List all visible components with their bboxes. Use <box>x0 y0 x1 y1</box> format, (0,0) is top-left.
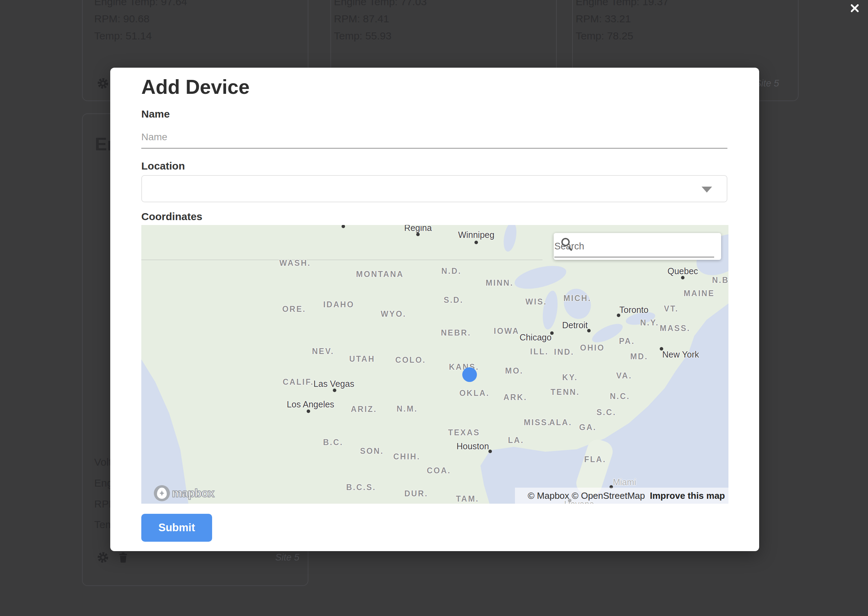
state-label: FLA. <box>584 455 606 464</box>
search-input[interactable] <box>554 236 714 258</box>
city-dot <box>341 225 345 228</box>
state-label: ORE. <box>282 305 306 314</box>
state-label: IND. <box>554 347 574 357</box>
metric-rpm: RPM: 87.41 <box>334 13 389 25</box>
city-dot <box>550 332 554 335</box>
metric-temp: Temp: 51.14 <box>94 30 152 42</box>
add-device-modal: Add Device Name Location Coordinates WAS… <box>110 68 759 551</box>
close-icon[interactable] <box>849 2 861 14</box>
state-label: DUR. <box>404 489 428 498</box>
state-label: PA. <box>619 336 635 346</box>
city-dot <box>660 347 663 350</box>
metric-fragment: Volt <box>94 456 112 468</box>
map[interactable]: WASH.MONTANAN.D.MINN.ORE.IDAHOS.D.WIS.MI… <box>141 225 728 504</box>
mapbox-logo-icon <box>154 485 170 501</box>
mapbox-wordmark: mapbox <box>172 487 214 500</box>
state-label: MINN. <box>486 278 514 288</box>
state-label: MICH. <box>563 294 591 303</box>
state-label: MO. <box>505 366 523 376</box>
state-label: MAINE <box>684 289 714 298</box>
state-label: CALIF. <box>283 377 314 387</box>
city-label: New York <box>662 349 699 360</box>
metric-engine-temp: Engine Temp: 19.37 <box>576 0 668 8</box>
state-label: MONTANA <box>356 270 404 279</box>
state-label: VA. <box>616 371 632 380</box>
state-label: N.B. <box>712 275 728 285</box>
state-label: MD. <box>630 352 648 361</box>
state-label: ARIZ. <box>351 405 377 414</box>
state-label: NEBR. <box>441 328 471 338</box>
improve-map-link[interactable]: Improve this map <box>650 490 725 501</box>
mapbox-logo[interactable]: mapbox <box>154 485 214 501</box>
state-label: IOWA <box>494 327 519 336</box>
metric-engine-temp: Engine Temp: 97.64 <box>94 0 187 8</box>
state-label: ARK. <box>503 393 527 402</box>
state-label: ILL. <box>530 347 549 357</box>
state-label: ALA. <box>549 418 572 427</box>
city-label: Quebec <box>667 266 698 276</box>
state-label: MISS. <box>524 418 551 427</box>
state-label: IDAHO <box>323 300 354 310</box>
site-badge: Site 5 <box>275 552 299 563</box>
gear-icon[interactable] <box>97 77 109 90</box>
city-dot <box>617 314 620 317</box>
city-label: Regina <box>404 225 432 233</box>
state-label: TAM. <box>456 494 480 504</box>
state-label: COLO. <box>395 355 426 365</box>
city-label: Los Angeles <box>287 399 334 410</box>
state-label: GA. <box>579 423 597 432</box>
city-dot <box>475 241 478 244</box>
state-label: KY. <box>562 373 578 382</box>
metric-temp: Temp: 55.93 <box>334 30 392 42</box>
map-marker[interactable] <box>462 367 477 382</box>
state-label: VT. <box>664 304 679 314</box>
submit-button[interactable]: Submit <box>141 514 212 542</box>
state-label: WYO. <box>381 310 406 319</box>
state-label: TEXAS <box>448 428 480 437</box>
state-label: B.C. <box>323 438 343 447</box>
city-label: Toronto <box>619 305 648 315</box>
attribution-copyright[interactable]: © Mapbox © OpenStreetMap <box>528 490 645 501</box>
state-label: S.C. <box>597 408 616 417</box>
map-attribution: © Mapbox © OpenStreetMap Improve this ma… <box>515 488 728 504</box>
state-label: N.D. <box>441 267 462 276</box>
state-label: UTAH <box>349 354 375 364</box>
location-select[interactable] <box>141 175 727 202</box>
coordinates-field-label: Coordinates <box>141 211 202 223</box>
city-label: Detroit <box>562 320 588 330</box>
state-label: OKLA. <box>459 388 490 398</box>
name-input[interactable] <box>141 126 727 149</box>
gear-icon[interactable] <box>97 551 109 564</box>
state-label: OHIO <box>580 343 605 353</box>
state-label: WIS. <box>525 297 547 306</box>
city-dot <box>681 276 684 280</box>
name-field-label: Name <box>141 108 170 120</box>
metric-rpm: RPM: 90.68 <box>94 13 149 25</box>
location-field-label: Location <box>141 160 185 172</box>
modal-title: Add Device <box>141 75 250 98</box>
city-dot <box>307 410 310 413</box>
state-label: CHIH. <box>393 452 420 462</box>
city-label: Chicago <box>519 332 552 343</box>
city-label: Houston <box>456 441 489 451</box>
map-search-box <box>554 233 721 260</box>
city-label: Las Vegas <box>314 379 354 389</box>
metric-rpm: RPM: 33.21 <box>576 13 631 25</box>
state-label: NEV. <box>312 347 334 356</box>
chevron-down-icon <box>701 187 712 193</box>
city-label: Winnipeg <box>458 230 494 240</box>
state-label: SON. <box>360 446 384 456</box>
city-dot <box>488 449 492 453</box>
trash-icon[interactable] <box>117 551 129 564</box>
state-label: N.Y. <box>640 318 659 327</box>
state-label: TENN. <box>550 388 580 397</box>
city-dot <box>333 388 337 392</box>
state-label: WASH. <box>280 258 311 268</box>
metric-engine-temp: Engine Temp: 77.03 <box>334 0 427 8</box>
state-label: B.C.S. <box>346 483 376 492</box>
metric-temp: Temp: 78.25 <box>576 30 633 42</box>
state-label: N.C. <box>610 392 630 401</box>
map-labels: WASH.MONTANAN.D.MINN.ORE.IDAHOS.D.WIS.MI… <box>141 225 728 504</box>
state-label: COA. <box>427 466 451 475</box>
state-label: S.D. <box>444 295 464 305</box>
